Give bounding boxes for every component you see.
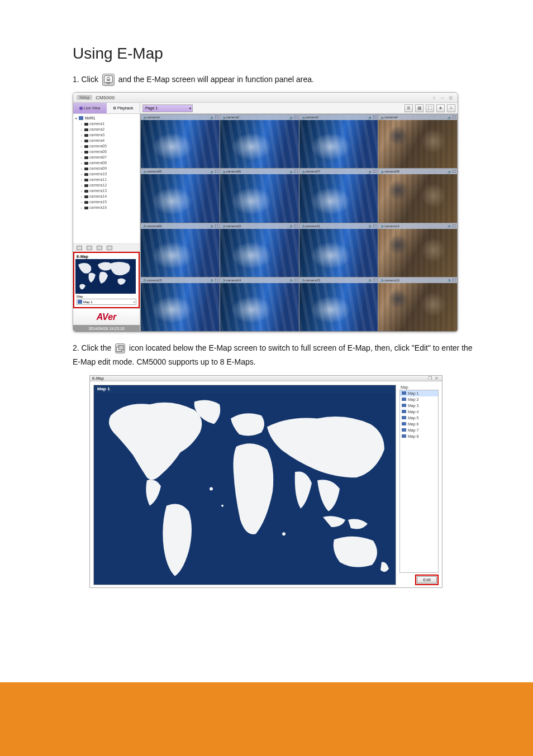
audio-icon: 🔈 <box>289 170 293 174</box>
map-list-item[interactable]: Map 7 <box>400 427 438 433</box>
camera-icon <box>84 190 88 193</box>
cell-label: camera4 <box>384 116 446 119</box>
map-list-item[interactable]: Map 4 <box>400 409 438 415</box>
camera-tree-item[interactable]: camera11 <box>81 177 137 183</box>
emap-select[interactable]: Map 1 ▾ <box>77 299 136 305</box>
camera-label: camera14 <box>89 194 107 199</box>
setup-badge[interactable]: Setup <box>77 95 92 100</box>
audio-icon: 🔈 <box>210 116 214 119</box>
world-map-canvas[interactable] <box>94 393 396 585</box>
map-list-item[interactable]: Map 5 <box>400 415 438 421</box>
info-icon[interactable]: i <box>431 95 437 100</box>
camera-cell[interactable]: 🔊camera14🔈⛶ <box>220 277 299 331</box>
playback-gears-icon: ⚙ <box>113 106 116 111</box>
camera-tree-item[interactable]: camera14 <box>81 194 137 199</box>
cell-label: camera15 <box>306 279 368 282</box>
expand-icon: ⛶ <box>373 224 377 228</box>
nvr-node[interactable]: ▾ NVR1 <box>75 116 137 120</box>
camera-cell[interactable]: 🔊camera07🔈⛶ <box>299 169 378 222</box>
camera-cell[interactable]: 🔊camera06🔈⛶ <box>220 169 299 222</box>
svg-point-8 <box>221 504 223 506</box>
favorite-icon[interactable]: ★ <box>436 104 445 112</box>
map-list-item[interactable]: Map 8 <box>400 433 438 439</box>
audio-icon: 🔈 <box>289 278 293 282</box>
restore-icon[interactable]: ❐ <box>426 376 433 381</box>
mini-icon-1[interactable] <box>77 246 82 250</box>
camera-tree-item[interactable]: camera06 <box>81 149 137 155</box>
audio-icon: 🔈 <box>210 278 214 282</box>
camera-cell[interactable]: 🔊camera13🔈⛶ <box>141 277 220 331</box>
camera-tree-item[interactable]: camera13 <box>81 188 137 194</box>
close-icon[interactable]: ✕ <box>433 376 440 381</box>
emap-map-label: Map <box>75 294 137 299</box>
camera-cell[interactable]: 🔊camera16🔈⛶ <box>378 277 457 331</box>
camera-cell[interactable]: 🔊camera10🔈⛶ <box>220 223 299 277</box>
camera-icon <box>84 162 88 165</box>
map-list-item[interactable]: Map 3 <box>400 403 438 409</box>
page-select[interactable]: Page 1 ▾ <box>142 104 193 112</box>
camera-tree-item[interactable]: camera09 <box>81 166 137 171</box>
camera-icon <box>84 123 88 126</box>
camera-cell[interactable]: 🔊camera3🔈⛶ <box>299 114 378 168</box>
camera-tree-item[interactable]: camera07 <box>81 155 137 160</box>
map-list-item[interactable]: Map 6 <box>400 421 438 427</box>
camera-cell[interactable]: 🔊camera12🔈⛶ <box>378 223 457 277</box>
expand-icon: ⛶ <box>294 279 298 282</box>
page-footer-bar <box>0 682 533 756</box>
camera-tree-item[interactable]: camera10 <box>81 171 137 177</box>
camera-tree-item[interactable]: camera3 <box>81 132 137 138</box>
camera-tree-item[interactable]: camera1 <box>81 121 137 127</box>
camera-icon <box>84 134 88 137</box>
map-icon <box>402 410 406 413</box>
layout-small-icon[interactable]: ▦ <box>415 104 423 112</box>
fullscreen-icon[interactable]: ⛶ <box>426 104 434 112</box>
edit-button[interactable]: Edit <box>417 576 437 583</box>
map-list-title: Map <box>399 385 439 390</box>
map-icon <box>402 422 406 425</box>
layout-grid-icon[interactable]: ⊞ <box>404 104 413 112</box>
camera-tree[interactable]: ▾ NVR1 camera1 camera2 camera3 camera4 c… <box>73 114 140 244</box>
map-list-item[interactable]: Map 2 <box>400 396 438 403</box>
mini-icon-3[interactable] <box>97 246 102 250</box>
emap-thumbnail[interactable] <box>75 259 136 294</box>
camera-tree-item[interactable]: camera05 <box>81 143 137 149</box>
camera-label: camera05 <box>89 143 107 149</box>
camera-tree-item[interactable]: camera12 <box>81 183 137 188</box>
mini-toolbar <box>73 244 140 252</box>
camera-tree-item[interactable]: camera4 <box>81 138 137 143</box>
camera-tree-item[interactable]: camera08 <box>81 160 137 166</box>
cell-label: camera13 <box>147 279 209 282</box>
mini-icon-4[interactable] <box>107 246 112 250</box>
close-icon[interactable]: ⊘ <box>448 95 454 100</box>
camera-tree-item[interactable]: camera16 <box>81 205 137 210</box>
tab-playback[interactable]: ⚙ Playback <box>107 103 140 113</box>
camera-tree-item[interactable]: camera15 <box>81 199 137 205</box>
tab-live-label: Live View <box>84 106 101 110</box>
camera-icon <box>84 156 88 159</box>
settings-icon[interactable]: ≡ <box>447 104 455 112</box>
cell-label: camera06 <box>226 170 288 173</box>
camera-cell[interactable]: 🔊camera2🔈⛶ <box>220 114 299 168</box>
map-icon <box>402 416 406 419</box>
step1-prefix: 1. Click <box>73 75 98 84</box>
tab-live-view[interactable]: Live View <box>73 103 107 113</box>
speaker-icon: 🔊 <box>380 278 384 282</box>
camera-cell[interactable]: 🔊camera1🔈⛶ <box>141 114 220 168</box>
audio-icon: 🔈 <box>210 224 214 228</box>
map-list-item[interactable]: Map 1 <box>400 390 438 396</box>
camera-cell[interactable]: 🔊camera4🔈⛶ <box>378 114 457 168</box>
camera-cell[interactable]: 🔊camera08🔈⛶ <box>378 169 457 222</box>
mini-icon-2[interactable] <box>87 246 92 250</box>
camera-cell[interactable]: 🔊camera15🔈⛶ <box>299 277 378 331</box>
camera-cell[interactable]: 🔊camera11🔈⛶ <box>299 223 378 277</box>
svg-point-9 <box>282 532 285 535</box>
camera-cell[interactable]: 🔊camera09🔈⛶ <box>141 223 220 277</box>
edit-button-highlighted: Edit <box>415 575 439 585</box>
camera-label: camera1 <box>89 121 104 127</box>
screenshot-emap-window: E-Map ❐ ✕ Map 1 <box>89 375 442 588</box>
camera-cell[interactable]: 🔊camera05🔈⛶ <box>141 169 220 222</box>
minimize-icon[interactable]: – <box>439 95 446 100</box>
camera-tree-item[interactable]: camera2 <box>81 127 137 132</box>
nvr-icon <box>79 116 83 120</box>
map-list[interactable]: Map 1 Map 2 Map 3 Map 4 Map 5 Map 6 Map … <box>399 390 439 573</box>
